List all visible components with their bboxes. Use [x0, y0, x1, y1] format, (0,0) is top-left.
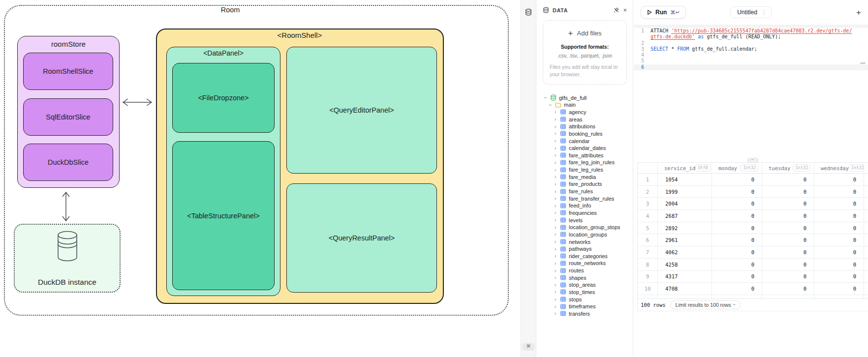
tree-item-timeframes[interactable]: › timeframes — [537, 303, 633, 310]
data-sidebar-toggle-button[interactable] — [525, 8, 532, 18]
tree-item-levels[interactable]: › levels — [537, 216, 633, 224]
tree-item-attributions[interactable]: › attributions — [537, 123, 633, 130]
run-button[interactable]: Run ⌘↵ — [641, 6, 686, 19]
column-header-tuesday: tuesdayInt32 — [762, 163, 814, 173]
chevron-right-icon[interactable]: › — [553, 246, 558, 252]
chevron-right-icon[interactable]: › — [553, 174, 558, 179]
result-cell: 0 — [762, 198, 814, 209]
tree-item-location_groups[interactable]: › location_groups — [537, 231, 633, 238]
chevron-right-icon[interactable]: › — [553, 268, 558, 273]
tree-item-stop_times[interactable]: › stop_times — [537, 289, 633, 296]
chevron-right-icon[interactable]: › — [553, 225, 558, 230]
chevron-right-icon[interactable]: › — [553, 181, 558, 187]
line-number: 6 — [634, 64, 651, 70]
chevron-right-icon[interactable]: › — [553, 282, 558, 288]
chevron-right-icon[interactable]: › — [553, 261, 558, 266]
tree-item-route_networks[interactable]: › route_networks — [537, 260, 633, 267]
chevron-right-icon[interactable]: › — [553, 131, 558, 136]
tree-item-shapes[interactable]: › shapes — [537, 274, 633, 281]
chevron-right-icon[interactable]: › — [553, 253, 558, 259]
tree-item-areas[interactable]: › areas — [537, 116, 633, 123]
tree-item-networks[interactable]: › networks — [537, 238, 633, 245]
tree-item-stops[interactable]: › stops — [537, 296, 633, 303]
result-cell — [638, 295, 657, 298]
results-body: 1105400021999000320040004268700052892000… — [638, 174, 868, 298]
chevron-right-icon[interactable]: › — [553, 289, 558, 295]
result-cell: 4708 — [657, 283, 712, 295]
tree-item-fare_rules[interactable]: › fare_rules — [537, 188, 633, 195]
table-name: attributions — [569, 123, 595, 129]
queryeditorpanel-box: <QueryEditorPanel> — [286, 47, 437, 174]
result-cell: 0 — [712, 259, 762, 270]
screenshot-root: Room roomStore RoomShellSlice SqlEditorS… — [0, 0, 868, 357]
tree-item-fare_products[interactable]: › fare_products — [537, 180, 633, 188]
bidirectional-arrow-horizontal — [121, 97, 154, 108]
tree-item-agency[interactable]: › agency — [537, 109, 633, 116]
tree-item-feed_info[interactable]: › feed_info — [537, 202, 633, 209]
tree-item-fare_media[interactable]: › fare_media — [537, 173, 633, 180]
tree-item-frequencies[interactable]: › frequencies — [537, 209, 633, 217]
chevron-right-icon[interactable]: › — [553, 138, 558, 144]
add-files-dropzone[interactable]: + Add files Supported formats: .csv, .ts… — [543, 20, 627, 85]
tab-untitled[interactable]: Untitled ⋮ — [730, 6, 772, 18]
chevron-right-icon[interactable]: › — [553, 160, 558, 165]
chevron-right-icon[interactable]: › — [553, 239, 558, 244]
tree-item-booking_rules[interactable]: › booking_rules — [537, 130, 633, 138]
duckdb-instance-box: DuckDB instance — [14, 224, 121, 293]
chevron-right-icon[interactable]: › — [553, 117, 558, 122]
table-name: transfers — [569, 311, 590, 317]
editor-scrollbar[interactable] — [860, 62, 866, 64]
chevron-down-icon[interactable]: › — [543, 95, 548, 100]
chevron-right-icon[interactable]: › — [553, 146, 558, 151]
result-cell: 0 — [814, 222, 864, 234]
keyboard-shortcuts-button[interactable]: ⌘ — [523, 343, 535, 350]
tree-item-calendar[interactable]: › calendar — [537, 137, 633, 145]
tab-menu-icon[interactable]: ⋮ — [761, 9, 767, 16]
add-files-button[interactable]: + Add files — [549, 29, 620, 37]
tree-item-stop_areas[interactable]: › stop_areas — [537, 281, 633, 289]
result-cell: 0 — [762, 234, 814, 246]
table-name: calendar — [569, 138, 589, 144]
tree-item-location_group_stops[interactable]: › location_group_stops — [537, 224, 633, 231]
chevron-right-icon[interactable]: › — [553, 124, 558, 129]
tree-item-rider_categories[interactable]: › rider_categories — [537, 252, 633, 260]
tree-item-fare_attributes[interactable]: › fare_attributes — [537, 152, 633, 159]
tree-item-fare_leg_join_rules[interactable]: › fare_leg_join_rules — [537, 159, 633, 166]
tree-item-main[interactable]: › main — [537, 101, 633, 109]
chevron-right-icon[interactable]: › — [553, 275, 558, 280]
chevron-down-icon[interactable]: › — [548, 103, 553, 107]
code-line: 6 — [634, 64, 868, 70]
limit-results-dropdown[interactable]: Limit results to 100 rows › — [670, 300, 741, 309]
resize-grip-handle[interactable]: ⋯ — [747, 158, 758, 163]
table-name: areas — [569, 117, 583, 122]
chevron-right-icon[interactable]: › — [553, 304, 558, 309]
result-cell: 10 — [638, 283, 657, 295]
chevron-right-icon[interactable]: › — [553, 109, 558, 115]
new-tab-button[interactable]: + — [856, 8, 861, 17]
chevron-right-icon[interactable]: › — [553, 210, 558, 215]
chevron-right-icon[interactable]: › — [553, 311, 558, 316]
unpin-panel-button[interactable] — [613, 7, 620, 13]
chevron-right-icon[interactable]: › — [553, 203, 558, 208]
sql-code-editor[interactable]: 1ATTACH 'https://pub-334685c2155547fab42… — [634, 28, 868, 70]
chevron-right-icon[interactable]: › — [553, 167, 558, 173]
close-panel-button[interactable]: × — [623, 7, 627, 13]
result-cell: 0 — [814, 174, 864, 185]
tree-item-routes[interactable]: › routes — [537, 267, 633, 274]
supported-formats-list: .csv, .tsv, .parquet, .json — [549, 53, 620, 59]
chevron-right-icon[interactable]: › — [553, 297, 558, 302]
chevron-right-icon[interactable]: › — [553, 232, 558, 237]
tree-item-transfers[interactable]: › transfers — [537, 310, 633, 318]
tree-item-fare_transfer_rules[interactable]: › fare_transfer_rules — [537, 195, 633, 202]
results-header: service_idUtf8mondayInt32tuesdayInt32wed… — [638, 162, 868, 174]
chevron-right-icon[interactable]: › — [553, 152, 558, 158]
tree-item-pathways[interactable]: › pathways — [537, 245, 633, 253]
duckdbslice-box: DuckDbSlice — [23, 144, 113, 181]
tree-item-calendar_dates[interactable]: › calendar_dates — [537, 145, 633, 152]
chevron-right-icon[interactable]: › — [553, 217, 558, 223]
result-cell — [762, 295, 814, 298]
chevron-right-icon[interactable]: › — [553, 189, 558, 194]
tree-item-gtfs_de_full[interactable]: › gtfs_de_full — [537, 94, 633, 101]
tree-item-fare_leg_rules[interactable]: › fare_leg_rules — [537, 166, 633, 174]
chevron-right-icon[interactable]: › — [553, 196, 558, 201]
